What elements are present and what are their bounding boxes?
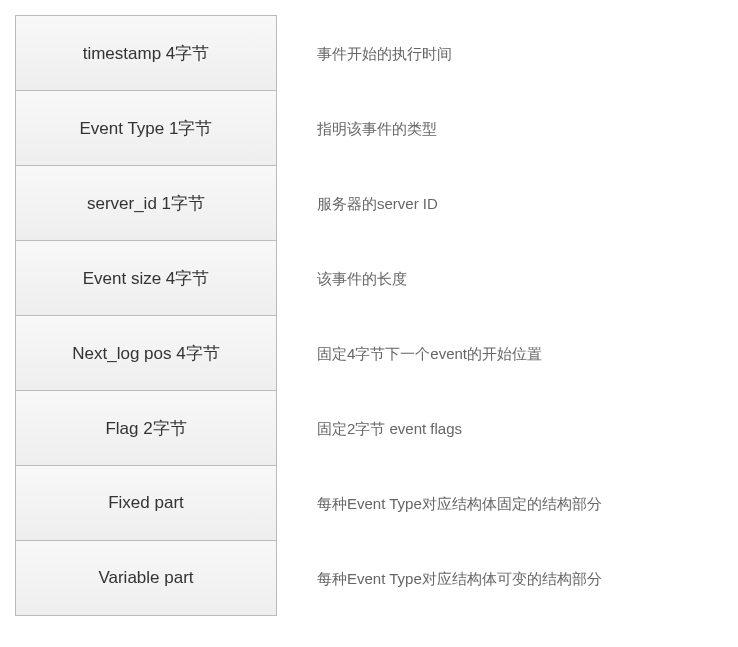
descriptions-column: 事件开始的执行时间 指明该事件的类型 服务器的server ID 该事件的长度 … (317, 15, 602, 617)
struct-field-server-id: server_id 1字节 (16, 166, 276, 241)
desc-server-id: 服务器的server ID (317, 167, 602, 242)
struct-field-event-size: Event size 4字节 (16, 241, 276, 316)
desc-event-type: 指明该事件的类型 (317, 92, 602, 167)
desc-variable-part: 每种Event Type对应结构体可变的结构部分 (317, 542, 602, 617)
struct-field-variable-part: Variable part (16, 541, 276, 615)
desc-next-log-pos: 固定4字节下一个event的开始位置 (317, 317, 602, 392)
struct-field-event-type: Event Type 1字节 (16, 91, 276, 166)
struct-field-flag: Flag 2字节 (16, 391, 276, 466)
struct-field-fixed-part: Fixed part (16, 466, 276, 541)
struct-field-next-log-pos: Next_log pos 4字节 (16, 316, 276, 391)
desc-timestamp: 事件开始的执行时间 (317, 17, 602, 92)
event-structure-diagram: timestamp 4字节 Event Type 1字节 server_id 1… (15, 15, 723, 617)
desc-fixed-part: 每种Event Type对应结构体固定的结构部分 (317, 467, 602, 542)
structure-boxes-column: timestamp 4字节 Event Type 1字节 server_id 1… (15, 15, 277, 616)
desc-event-size: 该事件的长度 (317, 242, 602, 317)
struct-field-timestamp: timestamp 4字节 (16, 16, 276, 91)
desc-flag: 固定2字节 event flags (317, 392, 602, 467)
